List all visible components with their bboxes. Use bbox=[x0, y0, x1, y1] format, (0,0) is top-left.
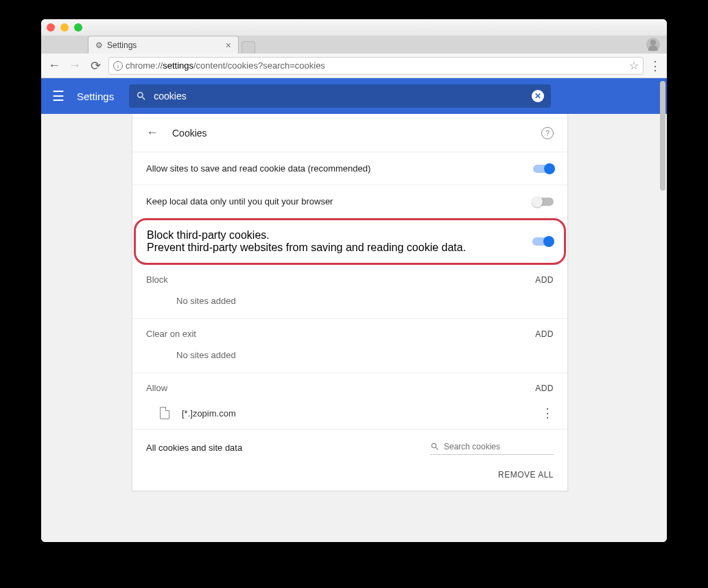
row-label: Block third-party cookies. bbox=[147, 229, 532, 242]
row-keep-local: Keep local data only until you quit your… bbox=[132, 185, 567, 218]
tab-close-icon[interactable]: × bbox=[226, 40, 231, 51]
toggle-knob bbox=[543, 236, 554, 247]
profile-avatar-icon[interactable] bbox=[646, 38, 660, 51]
omnibox-url-path: /content/cookies?search=cookies bbox=[193, 60, 325, 71]
nav-back-button[interactable]: ← bbox=[47, 58, 62, 73]
browser-window: ⚙ Settings × ← → ⟳ i chrome://settings/c… bbox=[41, 19, 667, 542]
panel-title: Cookies bbox=[172, 128, 207, 139]
toggle-allow-cookies[interactable] bbox=[533, 165, 554, 173]
all-cookies-row: All cookies and site data bbox=[132, 430, 567, 463]
section-title: Clear on exit bbox=[146, 329, 535, 339]
add-allow-button[interactable]: ADD bbox=[535, 384, 554, 393]
cookies-panel: ← Cookies ? Allow sites to save and read… bbox=[132, 114, 568, 491]
new-tab-button[interactable] bbox=[241, 41, 255, 54]
search-cookies-box[interactable] bbox=[430, 440, 554, 455]
panel-back-button[interactable]: ← bbox=[146, 126, 158, 140]
window-close-button[interactable] bbox=[47, 23, 55, 32]
section-clear-empty: No sites added bbox=[132, 343, 567, 373]
omnibox-url-prefix: chrome:// bbox=[126, 60, 163, 71]
allow-site-row: [*.]zopim.com ⋮ bbox=[132, 397, 567, 430]
search-icon bbox=[430, 442, 440, 451]
toggle-knob bbox=[532, 196, 543, 207]
reload-button[interactable]: ⟳ bbox=[88, 58, 103, 73]
settings-search-input[interactable] bbox=[154, 91, 525, 102]
search-clear-icon[interactable]: ✕ bbox=[532, 90, 544, 102]
section-block-header: Block ADD bbox=[132, 265, 567, 289]
section-block-empty: No sites added bbox=[132, 289, 567, 319]
site-domain: [*.]zopim.com bbox=[182, 408, 529, 419]
document-icon bbox=[160, 407, 169, 419]
section-title: Block bbox=[146, 274, 535, 285]
page-content: ☰ Settings ✕ ← Cookies ? Allow sites to … bbox=[41, 78, 667, 542]
row-label: Allow sites to save and read cookie data… bbox=[146, 163, 533, 174]
settings-search-box[interactable]: ✕ bbox=[129, 84, 551, 108]
site-info-icon[interactable]: i bbox=[113, 61, 123, 71]
section-clear-header: Clear on exit ADD bbox=[132, 319, 567, 343]
omnibox[interactable]: i chrome://settings/content/cookies?sear… bbox=[108, 57, 644, 75]
settings-title: Settings bbox=[77, 91, 114, 102]
settings-header: ☰ Settings ✕ bbox=[41, 78, 667, 114]
hamburger-menu-icon[interactable]: ☰ bbox=[52, 88, 64, 104]
browser-toolbar: ← → ⟳ i chrome://settings/content/cookie… bbox=[41, 54, 667, 78]
nav-forward-button[interactable]: → bbox=[67, 58, 82, 73]
add-clear-button[interactable]: ADD bbox=[535, 329, 554, 339]
row-allow-cookies: Allow sites to save and read cookie data… bbox=[132, 152, 567, 185]
help-icon[interactable]: ? bbox=[541, 127, 554, 139]
window-minimize-button[interactable] bbox=[60, 23, 69, 32]
browser-tab-settings[interactable]: ⚙ Settings × bbox=[88, 36, 239, 54]
search-icon bbox=[136, 91, 147, 102]
search-cookies-input[interactable] bbox=[444, 442, 554, 451]
window-maximize-button[interactable] bbox=[74, 23, 82, 32]
bookmark-star-icon[interactable]: ☆ bbox=[629, 59, 639, 72]
toggle-block-third-party[interactable] bbox=[532, 237, 553, 246]
remove-all-button[interactable]: REMOVE ALL bbox=[132, 463, 567, 491]
toggle-keep-local[interactable] bbox=[533, 198, 554, 206]
row-sublabel: Prevent third-party websites from saving… bbox=[147, 242, 532, 254]
browser-tabstrip: ⚙ Settings × bbox=[41, 36, 667, 54]
tab-title: Settings bbox=[107, 40, 137, 50]
toggle-knob bbox=[544, 163, 555, 174]
all-cookies-label: All cookies and site data bbox=[146, 443, 430, 453]
row-label: Keep local data only until you quit your… bbox=[146, 196, 533, 207]
section-allow-header: Allow ADD bbox=[132, 373, 567, 397]
window-traffic-lights bbox=[47, 23, 82, 32]
section-title: Allow bbox=[146, 383, 535, 393]
omnibox-url: chrome://settings/content/cookies?search… bbox=[126, 60, 626, 71]
scrollbar-thumb[interactable] bbox=[660, 81, 665, 191]
site-menu-icon[interactable]: ⋮ bbox=[541, 405, 554, 421]
browser-menu-icon[interactable]: ⋮ bbox=[649, 58, 661, 73]
omnibox-url-host: settings bbox=[163, 60, 193, 71]
add-block-button[interactable]: ADD bbox=[535, 275, 554, 285]
panel-header: ← Cookies ? bbox=[132, 114, 567, 152]
window-titlebar bbox=[41, 19, 667, 36]
highlight-block-third-party: Block third-party cookies. Prevent third… bbox=[134, 218, 566, 265]
gear-icon: ⚙ bbox=[95, 40, 103, 50]
